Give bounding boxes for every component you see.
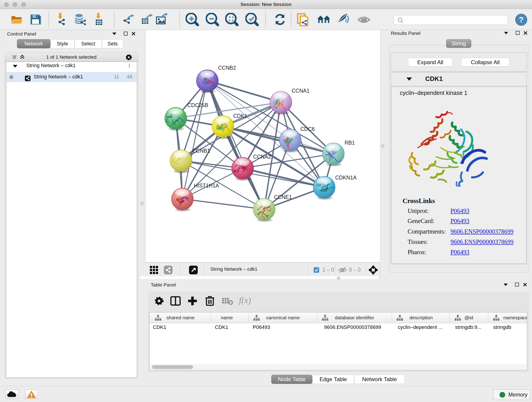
svg-text:CDC6: CDC6 (300, 126, 315, 132)
svg-text:?: ? (519, 15, 524, 24)
svg-text:CCNA2: CCNA2 (253, 154, 271, 160)
svg-text:CCNA1: CCNA1 (292, 88, 310, 94)
svg-text:RB1: RB1 (345, 140, 355, 146)
svg-text:CDC25B: CDC25B (187, 102, 208, 108)
svg-text:CCNB1: CCNB1 (192, 148, 210, 154)
svg-text:CCNB2: CCNB2 (218, 65, 236, 71)
svg-text:CDKN1A: CDKN1A (335, 175, 357, 181)
svg-text:CCNE1: CCNE1 (274, 194, 292, 200)
svg-text:HIST1H1A: HIST1H1A (194, 183, 219, 189)
svg-text:CDK1: CDK1 (233, 113, 247, 119)
